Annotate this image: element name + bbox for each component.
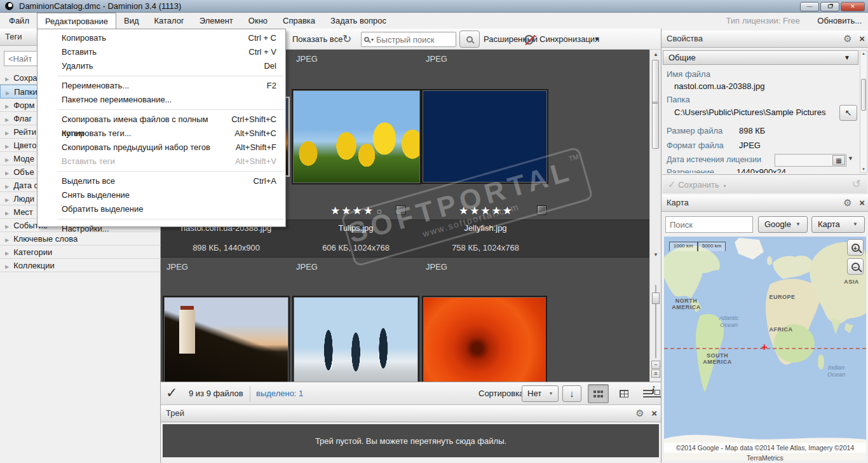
expand-arrow-icon[interactable]: ▶ xyxy=(5,237,9,243)
sync-label[interactable]: Синхронизация xyxy=(539,29,599,50)
world-map[interactable]: NORTH AMERICA Atlantic Ocean EUROPE ASIA… xyxy=(664,237,866,460)
refresh-button[interactable]: ↻ xyxy=(342,29,351,50)
menu-item[interactable]: Настройки... xyxy=(37,222,285,236)
map-mode-dropdown[interactable]: Карта ▼ xyxy=(811,216,865,233)
map-zoom-in-button[interactable]: + xyxy=(847,239,864,256)
expand-arrow-icon[interactable]: ▶ xyxy=(6,90,10,96)
menubar-item[interactable]: Справка xyxy=(275,13,323,29)
expand-arrow-icon[interactable]: ▶ xyxy=(5,117,9,123)
info-button[interactable]: i xyxy=(648,385,658,396)
close-icon[interactable]: × xyxy=(859,33,865,44)
empty-star-placeholder[interactable] xyxy=(377,210,381,214)
sync-button[interactable] xyxy=(524,29,534,50)
map-zoom-out-button[interactable]: − xyxy=(847,258,864,275)
folder-value[interactable]: C:\Users\Public\Pictures\Sample Pictures xyxy=(674,107,836,117)
menu-item[interactable]: Пакетное переименование... xyxy=(37,93,285,107)
menu-item[interactable]: Выделить всеCtrl+A xyxy=(37,174,285,188)
menu-item[interactable]: Скопировать имена файлов с полным путемC… xyxy=(37,113,285,127)
rating-stars[interactable]: ★★★★ xyxy=(305,204,407,218)
show-all-button[interactable]: Показать все xyxy=(292,29,342,50)
expand-arrow-icon[interactable]: ▶ xyxy=(5,130,9,136)
save-button[interactable]: Сохранить xyxy=(678,180,719,190)
thumbnail-flower[interactable] xyxy=(422,296,547,382)
shrink-thumbs-button[interactable]: − xyxy=(651,361,660,369)
menu-item[interactable]: Обратить выделение xyxy=(37,202,285,216)
menu-item[interactable]: Снять выделение xyxy=(37,188,285,202)
thumbnail-tulips[interactable] xyxy=(292,89,421,184)
license-date-input[interactable]: ▦ xyxy=(775,154,846,167)
sort-direction-button[interactable]: ↓ xyxy=(562,385,581,402)
scroll-down-icon[interactable]: ▼ xyxy=(650,252,661,258)
menubar-item[interactable]: Задать вопрос xyxy=(323,13,394,29)
gear-icon[interactable]: ⚙ xyxy=(635,408,644,418)
menu-item[interactable]: Вставить тегиAlt+Shift+V xyxy=(37,155,285,169)
sidebar-item-Категории[interactable]: ▶Категории xyxy=(0,245,161,259)
gear-icon[interactable]: ⚙ xyxy=(843,197,851,208)
thumb-size-slider-handle[interactable] xyxy=(652,293,660,304)
undo-icon[interactable]: ↺ xyxy=(852,175,861,193)
thumbnail-checkbox[interactable] xyxy=(537,205,546,215)
rating-stars[interactable]: ★★★★★ xyxy=(435,204,537,218)
properties-scrollbar[interactable]: ▲ ▼ xyxy=(860,50,867,173)
scroll-down-icon[interactable]: ▼ xyxy=(860,167,867,171)
thumbnails-view-button[interactable] xyxy=(588,384,609,403)
scroll-up-icon[interactable]: ▲ xyxy=(860,52,867,55)
selected-count-link[interactable]: выделено: 1 xyxy=(256,389,303,398)
title-bar[interactable]: DaminionCatalog.dmc - Daminion 3.4 (1113… xyxy=(0,0,868,13)
tray-empty-area[interactable]: Трей пустой. Вы можете перетянуть сюда ф… xyxy=(163,424,659,457)
quick-search-input[interactable] xyxy=(376,35,440,45)
expand-arrow-icon[interactable]: ▶ xyxy=(5,264,9,270)
map-search-input[interactable] xyxy=(665,216,753,233)
sidebar-item-Коллекции[interactable]: ▶Коллекции xyxy=(0,259,161,272)
expand-arrow-icon[interactable]: ▶ xyxy=(5,144,9,149)
thumbnail-penguins[interactable] xyxy=(292,296,419,382)
menubar-item[interactable]: Вид xyxy=(116,13,147,29)
chevron-down-icon[interactable]: ▼ xyxy=(848,155,853,162)
search-button[interactable] xyxy=(459,31,480,48)
expand-arrow-icon[interactable]: ▶ xyxy=(5,104,9,109)
sort-dropdown[interactable]: Нет ▾ xyxy=(522,385,559,402)
thumbnail-checkbox[interactable] xyxy=(396,205,405,215)
close-button[interactable]: ✕ xyxy=(841,2,865,11)
menubar-item[interactable]: Элемент xyxy=(192,13,241,29)
update-link[interactable]: Обновить... xyxy=(817,16,862,25)
menu-item[interactable]: Скопировать предыдущий набор теговAlt+Sh… xyxy=(37,141,285,155)
scrollbar-thumb[interactable] xyxy=(652,60,659,149)
expand-arrow-icon[interactable]: ▶ xyxy=(5,224,9,230)
menubar-item[interactable]: Каталог xyxy=(147,13,192,29)
gear-icon[interactable]: ⚙ xyxy=(843,33,851,44)
general-section-header[interactable]: Общие ▼ xyxy=(663,50,858,65)
expand-arrow-icon[interactable]: ▶ xyxy=(5,197,9,203)
menu-item[interactable]: Копировать теги...Alt+Shift+C xyxy=(37,127,285,141)
expand-arrow-icon[interactable]: ▶ xyxy=(5,184,9,190)
scroll-up-icon[interactable]: ▲ xyxy=(650,52,661,57)
expand-arrow-icon[interactable]: ▶ xyxy=(5,170,9,176)
table-view-button[interactable] xyxy=(613,384,634,403)
open-folder-button[interactable]: ↖ xyxy=(839,105,857,121)
menu-item[interactable]: КопироватьCtrl + C xyxy=(37,31,285,45)
minimize-button[interactable]: — xyxy=(800,2,819,11)
menu-item[interactable]: УдалитьDel xyxy=(37,59,285,73)
expand-arrow-icon[interactable]: ▶ xyxy=(5,251,9,256)
menubar-item[interactable]: Файл xyxy=(1,13,37,29)
file-name-value[interactable]: nastol.com.ua-20388.jpg xyxy=(674,81,764,91)
expand-arrow-icon[interactable]: ▶ xyxy=(5,157,9,163)
close-icon[interactable]: × xyxy=(651,408,657,418)
expand-arrow-icon[interactable]: ▶ xyxy=(5,76,9,82)
close-icon[interactable]: × xyxy=(859,197,865,208)
menu-item[interactable]: Переименовать...F2 xyxy=(37,79,285,93)
menu-item[interactable]: ВставитьCtrl + V xyxy=(37,45,285,59)
menubar-item[interactable]: Окно xyxy=(241,13,275,29)
menubar-item[interactable]: Редактирование xyxy=(37,13,116,29)
calendar-icon[interactable]: ▦ xyxy=(832,155,845,165)
chevron-down-icon[interactable]: ▾ xyxy=(371,37,374,43)
quick-search-box[interactable]: ▾ xyxy=(361,32,456,47)
expand-arrow-icon[interactable]: ▶ xyxy=(5,211,9,216)
thumbnail-lighthouse[interactable] xyxy=(163,296,290,382)
scrollbar-thumb[interactable] xyxy=(861,79,866,111)
strip-grip-button[interactable]: ≡ xyxy=(651,370,660,378)
thumbnail-jellyfish[interactable] xyxy=(421,89,548,184)
restore-button[interactable] xyxy=(820,2,839,11)
check-icon[interactable]: ✓ xyxy=(166,385,177,401)
sync-dropdown-arrow[interactable]: ▼ xyxy=(594,29,600,50)
